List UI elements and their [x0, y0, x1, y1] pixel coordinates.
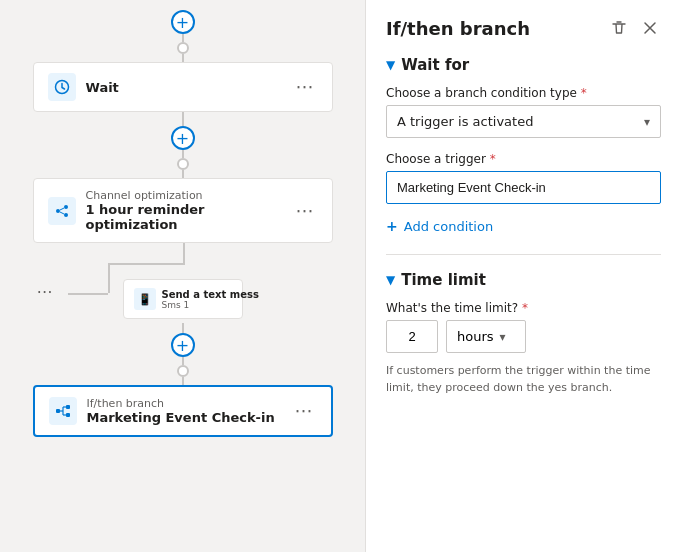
- ifthen-card-label: If/then branch: [87, 397, 281, 410]
- connector: [182, 170, 184, 178]
- wait-icon: [48, 73, 76, 101]
- panel-title: If/then branch: [386, 18, 530, 39]
- ifthen-card-title: Marketing Event Check-in: [87, 410, 281, 425]
- h-line-left2: [68, 293, 108, 295]
- svg-point-1: [56, 209, 60, 213]
- ifthen-icon: [49, 397, 77, 425]
- connector-circle: [177, 42, 189, 54]
- ifthen-card-menu[interactable]: ⋯: [291, 400, 317, 422]
- time-limit-section: ▼ Time limit What's the time limit? * ho…: [386, 271, 661, 396]
- time-limit-chevron: ▼: [386, 273, 395, 287]
- section-divider: [386, 254, 661, 255]
- svg-point-3: [64, 213, 68, 217]
- time-limit-help-text: If customers perform the trigger within …: [386, 363, 661, 396]
- panel-header: If/then branch: [386, 16, 661, 40]
- time-unit-chevron: ▾: [500, 330, 506, 344]
- wait-for-section-header[interactable]: ▼ Wait for: [386, 56, 661, 74]
- svg-rect-6: [56, 409, 60, 413]
- add-step-button-2[interactable]: +: [171, 126, 195, 150]
- v-line-top: [183, 243, 185, 263]
- time-limit-title: Time limit: [401, 271, 486, 289]
- trigger-label: Choose a trigger *: [386, 152, 661, 166]
- add-step-button-3[interactable]: +: [171, 333, 195, 357]
- flow-canvas: + Wait ⋯ +: [0, 0, 365, 552]
- add-step-button-top[interactable]: +: [171, 10, 195, 34]
- add-condition-button[interactable]: + Add condition: [386, 218, 661, 234]
- svg-line-4: [60, 208, 64, 210]
- ifthen-branch-card[interactable]: If/then branch Marketing Event Check-in …: [33, 385, 333, 437]
- properties-panel: If/then branch ▼ Wait for Choose a branc…: [365, 0, 681, 552]
- connector: [182, 323, 184, 333]
- wait-card-menu[interactable]: ⋯: [292, 76, 318, 98]
- time-limit-question-label: What's the time limit? *: [386, 301, 661, 315]
- trigger-required-marker: *: [490, 152, 496, 166]
- wait-card-content: Wait: [86, 80, 282, 95]
- delete-button[interactable]: [607, 16, 631, 40]
- send-text-icon: 📱: [134, 288, 156, 310]
- channel-opt-icon: [48, 197, 76, 225]
- channel-opt-content: Channel optimization 1 hour reminder opt…: [86, 189, 282, 232]
- channel-opt-title: 1 hour reminder optimization: [86, 202, 282, 232]
- send-text-title: Send a text mess: [162, 289, 259, 300]
- wait-for-section: ▼ Wait for Choose a branch condition typ…: [386, 56, 661, 234]
- wait-card[interactable]: Wait ⋯: [33, 62, 333, 112]
- connector: [182, 377, 184, 385]
- condition-type-label: Choose a branch condition type *: [386, 86, 661, 100]
- time-limit-section-header[interactable]: ▼ Time limit: [386, 271, 661, 289]
- svg-line-5: [60, 212, 64, 214]
- connector: [182, 357, 184, 365]
- connector-circle-3: [177, 365, 189, 377]
- condition-type-chevron: ▾: [644, 115, 650, 129]
- send-text-content: Send a text mess Sms 1: [162, 289, 259, 310]
- branch-connector: ⋯ 📱 Send a text mess Sms 1: [33, 243, 333, 323]
- wait-card-title: Wait: [86, 80, 282, 95]
- channel-opt-label: Channel optimization: [86, 189, 282, 202]
- pre-ifthen-connector: +: [33, 323, 333, 385]
- panel-actions: [607, 16, 661, 40]
- send-text-card[interactable]: 📱 Send a text mess Sms 1: [123, 279, 243, 319]
- svg-point-2: [64, 205, 68, 209]
- connector: [182, 150, 184, 158]
- send-text-subtitle: Sms 1: [162, 300, 259, 310]
- connector-circle-2: [177, 158, 189, 170]
- svg-rect-8: [66, 413, 70, 417]
- ifthen-card-content: If/then branch Marketing Event Check-in: [87, 397, 281, 425]
- add-condition-label: Add condition: [404, 219, 493, 234]
- close-button[interactable]: [639, 17, 661, 39]
- h-line-left: [108, 263, 183, 265]
- condition-type-select[interactable]: A trigger is activated ▾: [386, 105, 661, 138]
- wait-for-chevron: ▼: [386, 58, 395, 72]
- time-unit-value: hours: [457, 329, 494, 344]
- center-dot: [183, 263, 185, 265]
- connector: [182, 54, 184, 62]
- connector: [182, 112, 184, 126]
- connector: [182, 34, 184, 42]
- time-limit-required-marker: *: [522, 301, 528, 315]
- condition-type-value: A trigger is activated: [397, 114, 533, 129]
- left-branch: ⋯: [33, 253, 57, 301]
- trigger-input[interactable]: [386, 171, 661, 204]
- channel-opt-menu[interactable]: ⋯: [292, 200, 318, 222]
- add-condition-plus-icon: +: [386, 218, 398, 234]
- svg-rect-7: [66, 405, 70, 409]
- v-line-left: [108, 263, 110, 293]
- branch-left-content: ⋯: [33, 283, 57, 301]
- time-unit-select[interactable]: hours ▾: [446, 320, 526, 353]
- wait-for-title: Wait for: [401, 56, 469, 74]
- condition-required-marker: *: [581, 86, 587, 100]
- channel-opt-card[interactable]: Channel optimization 1 hour reminder opt…: [33, 178, 333, 243]
- time-limit-row: hours ▾: [386, 320, 661, 353]
- time-value-input[interactable]: [386, 320, 438, 353]
- branch-dots[interactable]: ⋯: [33, 283, 57, 301]
